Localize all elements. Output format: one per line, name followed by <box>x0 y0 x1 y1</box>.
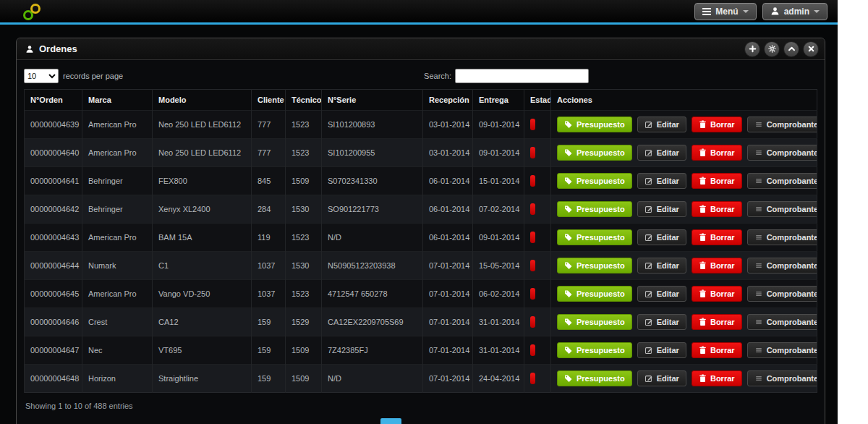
pencil-icon <box>644 374 653 383</box>
borrar-label: Borrar <box>710 261 735 270</box>
presupuesto-button[interactable]: Presupuesto <box>557 116 632 132</box>
cell-serie: N/D <box>322 365 423 393</box>
cell-recepcion: 07-01-2014 <box>423 308 473 336</box>
borrar-button[interactable]: Borrar <box>692 116 742 132</box>
editar-label: Editar <box>657 346 679 355</box>
column-header-entrega[interactable]: Entrega <box>473 90 524 111</box>
borrar-button[interactable]: Borrar <box>692 342 742 358</box>
admin-user-button[interactable]: admin <box>762 3 827 20</box>
comprobante-button[interactable]: Comprobante de Recepción <box>747 173 817 189</box>
tag-icon <box>564 148 573 157</box>
borrar-button[interactable]: Borrar <box>692 173 742 189</box>
pagination-page-3[interactable]: 3 <box>421 419 441 424</box>
column-header-modelo[interactable]: Modelo <box>153 90 252 111</box>
column-header-estado[interactable]: Estado <box>524 90 551 111</box>
editar-button[interactable]: Editar <box>637 145 686 161</box>
presupuesto-button[interactable]: Presupuesto <box>557 314 632 330</box>
add-button[interactable] <box>744 41 760 57</box>
comprobante-button[interactable]: Comprobante de Recepción <box>747 342 817 358</box>
cell-marca: Crest <box>82 308 153 336</box>
pagination-page-1[interactable]: 1 <box>380 418 401 424</box>
column-header-marca[interactable]: Marca <box>82 90 153 111</box>
borrar-button[interactable]: Borrar <box>692 314 742 330</box>
editar-button[interactable]: Editar <box>637 173 686 189</box>
collapse-button[interactable] <box>783 41 799 57</box>
cell-acciones: Presupuesto Editar Borrar Comprobante de… <box>551 139 817 167</box>
pagination-previous[interactable]: ← Previous <box>314 419 376 424</box>
editar-button[interactable]: Editar <box>637 116 686 132</box>
comprobante-button[interactable]: Comprobante de Recepción <box>747 116 817 132</box>
pagination-next[interactable]: Next → <box>483 419 527 424</box>
cell-tecnico: 1523 <box>286 280 322 308</box>
records-per-page-select[interactable]: 10 <box>24 69 59 83</box>
lines-icon <box>754 233 763 242</box>
cell-tecnico: 1523 <box>286 111 322 139</box>
cell-estado <box>524 280 551 308</box>
borrar-button[interactable]: Borrar <box>692 286 742 302</box>
presupuesto-button[interactable]: Presupuesto <box>557 173 632 189</box>
borrar-button[interactable]: Borrar <box>692 258 742 274</box>
borrar-button[interactable]: Borrar <box>692 370 742 386</box>
comprobante-button[interactable]: Comprobante de Recepción <box>747 229 817 245</box>
column-header-serie[interactable]: N°Serie <box>322 90 423 111</box>
lines-icon <box>754 289 763 298</box>
menu-button[interactable]: Menú <box>694 3 756 20</box>
editar-button[interactable]: Editar <box>637 314 686 330</box>
cell-modelo: Neo 250 LED LED6112 <box>153 111 252 139</box>
comprobante-button[interactable]: Comprobante de Recepción <box>747 286 817 302</box>
settings-button[interactable] <box>764 41 780 57</box>
editar-button[interactable]: Editar <box>637 286 686 302</box>
cell-tecnico: 1523 <box>286 224 322 252</box>
pencil-icon <box>644 148 653 157</box>
comprobante-button[interactable]: Comprobante de Recepción <box>747 201 817 217</box>
cell-recepcion: 06-01-2014 <box>423 224 473 252</box>
presupuesto-button[interactable]: Presupuesto <box>557 229 632 245</box>
cell-tecnico: 1509 <box>286 167 322 195</box>
borrar-button[interactable]: Borrar <box>692 145 742 161</box>
status-indicator <box>530 175 535 187</box>
editar-button[interactable]: Editar <box>637 342 686 358</box>
presupuesto-button[interactable]: Presupuesto <box>557 201 632 217</box>
column-header-orden[interactable]: N°Orden <box>25 90 82 111</box>
borrar-label: Borrar <box>710 346 735 355</box>
cell-recepcion: 07-01-2014 <box>423 252 473 280</box>
cell-marca: American Pro <box>82 111 153 139</box>
cell-modelo: Neo 250 LED LED6112 <box>153 139 252 167</box>
presupuesto-label: Presupuesto <box>576 346 625 355</box>
editar-button[interactable]: Editar <box>637 370 686 386</box>
cell-estado <box>524 195 551 224</box>
page-gutter <box>838 0 868 424</box>
cell-acciones: Presupuesto Editar Borrar Comprobante de… <box>551 336 817 365</box>
presupuesto-button[interactable]: Presupuesto <box>557 145 632 161</box>
table-row: 00000004646 Crest CA12 159 1529 CA12EX22… <box>25 308 817 336</box>
editar-button[interactable]: Editar <box>637 201 686 217</box>
column-header-cliente[interactable]: Cliente <box>252 90 286 111</box>
tag-icon <box>564 289 573 298</box>
menu-button-label: Menú <box>715 7 738 17</box>
comprobante-button[interactable]: Comprobante de Recepción <box>747 370 817 386</box>
borrar-label: Borrar <box>710 148 735 157</box>
close-button[interactable] <box>803 41 819 57</box>
presupuesto-button[interactable]: Presupuesto <box>557 342 632 358</box>
comprobante-label: Comprobante de Recepción <box>767 289 817 298</box>
editar-button[interactable]: Editar <box>637 258 686 274</box>
presupuesto-button[interactable]: Presupuesto <box>557 286 632 302</box>
column-header-recepcion[interactable]: Recepción <box>423 90 473 111</box>
trash-icon <box>699 289 707 298</box>
table-controls: 10 records per page Search: <box>24 66 817 86</box>
editar-button[interactable]: Editar <box>637 229 686 245</box>
pagination-page-4[interactable]: 4 <box>440 419 459 424</box>
presupuesto-button[interactable]: Presupuesto <box>557 370 632 386</box>
column-header-tecnico[interactable]: Técnico <box>286 90 322 111</box>
comprobante-button[interactable]: Comprobante de Recepción <box>747 145 817 161</box>
borrar-button[interactable]: Borrar <box>692 201 742 217</box>
search-input[interactable] <box>455 69 589 83</box>
borrar-button[interactable]: Borrar <box>692 229 742 245</box>
pagination-page-5[interactable]: 5 <box>459 419 479 424</box>
comprobante-button[interactable]: Comprobante de Recepción <box>747 314 817 330</box>
cell-marca: Nec <box>82 336 153 365</box>
comprobante-button[interactable]: Comprobante de Recepción <box>747 258 817 274</box>
cell-marca: Behringer <box>82 167 153 195</box>
pagination-page-2[interactable]: 2 <box>401 419 421 424</box>
presupuesto-button[interactable]: Presupuesto <box>557 258 632 274</box>
